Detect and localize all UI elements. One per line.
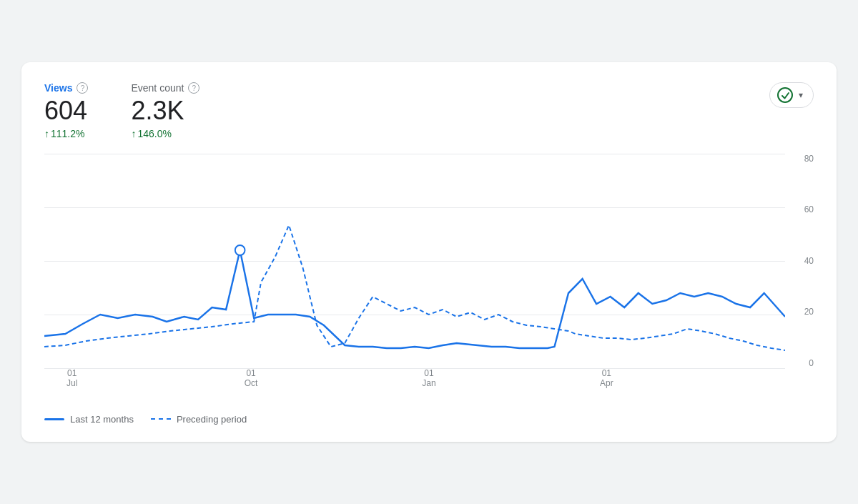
chart-legend: Last 12 months Preceding period [44,408,814,425]
legend-solid-label: Last 12 months [70,414,134,425]
checkmark-icon [777,87,793,103]
views-change: ↑111.2% [44,128,88,139]
chart-svg [44,154,785,368]
y-label-60: 60 [804,204,814,214]
views-value: 604 [44,97,88,125]
y-axis: 80 60 40 20 0 [804,154,814,397]
x-axis: 01Jul 01Oct 01Jan 01Apr [44,368,785,397]
compare-button[interactable]: ▾ [769,82,814,108]
event-count-value: 2.3K [131,97,199,125]
controls-right: ▾ [769,82,814,108]
legend-dashed-label: Preceding period [177,414,247,425]
event-count-change: ↑146.0% [131,128,199,139]
y-label-80: 80 [804,154,814,164]
chart-area: 80 60 40 20 0 [44,154,814,397]
legend-solid-line [44,418,64,420]
views-arrow: ↑ [44,128,49,139]
legend-dashed: Preceding period [151,414,247,425]
x-label-oct: 01Oct [245,368,258,389]
y-label-20: 20 [804,307,814,317]
views-info-icon[interactable]: ? [77,82,88,94]
views-metric: Views ? 604 ↑111.2% [44,82,88,139]
x-label-apr: 01Apr [600,368,613,389]
x-label-jan: 01Jan [422,368,435,389]
y-label-40: 40 [804,256,814,266]
chevron-down-icon: ▾ [799,90,803,100]
metrics-row: Views ? 604 ↑111.2% Event count ? 2.3K ↑… [44,82,814,139]
chart-inner [44,154,785,368]
views-label-row: Views ? [44,82,88,94]
x-label-jul: 01Jul [66,368,77,389]
peak-circle [235,245,245,255]
event-count-info-icon[interactable]: ? [188,82,199,94]
check-svg [781,91,790,100]
y-label-0: 0 [804,358,814,368]
metrics-left: Views ? 604 ↑111.2% Event count ? 2.3K ↑… [44,82,199,139]
event-count-metric: Event count ? 2.3K ↑146.0% [131,82,199,139]
event-count-label-row: Event count ? [131,82,199,94]
legend-solid: Last 12 months [44,414,134,425]
preceding-period-line [44,225,785,350]
analytics-card: Views ? 604 ↑111.2% Event count ? 2.3K ↑… [21,62,837,442]
legend-dashed-line [151,418,171,420]
views-label: Views [44,82,72,94]
event-count-label: Event count [131,82,184,94]
event-count-arrow: ↑ [131,128,136,139]
